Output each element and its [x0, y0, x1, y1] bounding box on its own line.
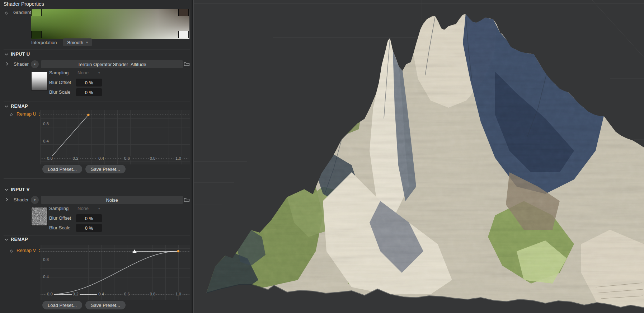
shader-v-browse-folder-icon[interactable]: [184, 197, 190, 202]
input-v-header[interactable]: INPUT V: [11, 187, 30, 192]
remap-v-load-preset-button[interactable]: Load Preset...: [42, 301, 82, 309]
chevron-down-icon: ▾: [86, 41, 88, 44]
shader-u-type-button[interactable]: ▾: [31, 60, 39, 68]
interpolation-value: Smooth: [67, 40, 83, 45]
chevron-down-icon: ▾: [98, 71, 100, 75]
input-v-collapse-chevron-icon[interactable]: [5, 188, 8, 191]
gradient-knot-bottom-left[interactable]: [31, 31, 42, 38]
sampling-v-value: None: [77, 206, 89, 211]
input-u-header[interactable]: INPUT U: [11, 51, 30, 57]
interpolation-dropdown[interactable]: Smooth ▾: [63, 38, 92, 46]
blur-offset-v-label: Blur Offset: [49, 215, 71, 221]
section-divider: [4, 50, 190, 50]
remap-u-curve[interactable]: [50, 115, 88, 159]
shader-v-expand-chevron-icon[interactable]: [6, 198, 8, 201]
remap-v-save-preset-button[interactable]: Save Preset...: [85, 301, 126, 309]
shader-v-value: Noise: [106, 197, 118, 203]
gradient-knot-top-left[interactable]: [31, 9, 42, 16]
sampling-v-label: Sampling: [49, 206, 69, 211]
remap-v-point-end[interactable]: [177, 250, 179, 252]
remap-u-load-preset-button[interactable]: Load Preset...: [42, 165, 82, 173]
remap-v-header[interactable]: REMAP: [11, 237, 28, 242]
x-tick: 0.6: [123, 292, 131, 296]
blur-offset-u-field[interactable]: 0 %: [76, 79, 102, 87]
remap-v-collapse-chevron-icon[interactable]: [5, 238, 8, 241]
remap-u-label[interactable]: Remap U: [17, 111, 36, 117]
x-tick: 1.0: [174, 292, 182, 296]
blur-scale-u-label: Blur Scale: [49, 89, 70, 95]
remap-u-curve-editor[interactable]: 0.8 0.4 0.0 0.2 0.4 0.6 0.8 1.0: [40, 110, 190, 164]
blur-scale-u-field[interactable]: 0 %: [76, 88, 102, 96]
remap-u-point-end[interactable]: [87, 114, 89, 116]
gradient-preview-top-row: [31, 9, 189, 39]
remap-v-curve-editor[interactable]: 0.8 0.4 0.0 0.2 0.4 0.6 0.8 1.0: [40, 245, 190, 300]
section-divider: [4, 178, 190, 179]
x-tick: 1.0: [174, 156, 182, 160]
blur-scale-v-field[interactable]: 0 %: [76, 224, 102, 232]
blur-offset-v-field[interactable]: 0 %: [76, 214, 102, 222]
x-tick: 0.6: [123, 156, 131, 160]
remap-u-header[interactable]: REMAP: [11, 103, 28, 109]
x-tick: 0.8: [149, 156, 156, 160]
blur-offset-u-label: Blur Offset: [49, 80, 71, 85]
viewport-3d[interactable]: [194, 0, 644, 313]
shader-u-field[interactable]: Terrain Operator Shader_Altitude: [41, 60, 183, 68]
chevron-down-icon: ▾: [34, 63, 36, 66]
interpolation-label: Interpolation: [31, 40, 57, 45]
x-tick: 0.0: [46, 292, 54, 296]
terrain-preview: [194, 0, 644, 313]
remap-u-keyframe-diamond-icon[interactable]: [9, 113, 13, 117]
remap-u-save-preset-button[interactable]: Save Preset...: [85, 165, 126, 173]
y-tick: 0.8: [40, 257, 49, 262]
shader-u-value: Terrain Operator Shader_Altitude: [78, 62, 146, 67]
shader-v-thumbnail[interactable]: [31, 207, 48, 226]
shader-v-label: Shader: [14, 197, 29, 202]
input-u-collapse-chevron-icon[interactable]: [5, 53, 8, 56]
gradient-knot-top-right[interactable]: [178, 9, 189, 16]
gradient-knot-bottom-right[interactable]: [178, 31, 189, 38]
chevron-down-icon: ▾: [34, 198, 36, 202]
remap-v-label[interactable]: Remap V: [17, 248, 36, 253]
sampling-u-label: Sampling: [49, 70, 69, 75]
blur-scale-v-label: Blur Scale: [49, 225, 70, 230]
shader-v-type-button[interactable]: ▾: [31, 196, 39, 204]
section-divider: [4, 102, 190, 102]
gradient-keyframe-diamond-icon[interactable]: [4, 11, 8, 15]
x-tick: 0.2: [72, 292, 80, 296]
y-tick: 0.4: [40, 139, 49, 143]
shader-v-field[interactable]: Noise: [41, 196, 183, 204]
x-tick: 0.4: [97, 292, 105, 296]
sampling-u-value: None: [77, 70, 89, 75]
gradient-label: Gradient: [13, 10, 31, 15]
y-tick: 0.4: [40, 275, 49, 279]
shader-u-browse-folder-icon[interactable]: [184, 61, 190, 66]
shader-u-thumbnail[interactable]: [31, 72, 48, 90]
chevron-down-icon: ▾: [98, 207, 100, 210]
section-divider: [4, 235, 190, 235]
application-window: Shader Properties Gradient Interpolation…: [0, 0, 644, 313]
shader-properties-panel: Shader Properties Gradient Interpolation…: [0, 0, 192, 313]
shader-u-expand-chevron-icon[interactable]: [6, 62, 8, 66]
x-tick: 0.0: [46, 156, 54, 160]
terrain-mesh: [194, 0, 644, 313]
panel-title: Shader Properties: [4, 1, 44, 7]
remap-v-keyframe-diamond-icon[interactable]: [9, 249, 13, 253]
gradient-preview[interactable]: [31, 9, 189, 39]
x-tick: 0.4: [97, 156, 105, 160]
shader-u-label: Shader: [14, 61, 29, 67]
remap-v-curve[interactable]: [50, 251, 178, 294]
x-tick: 0.2: [72, 156, 80, 160]
remap-u-collapse-chevron-icon[interactable]: [5, 105, 8, 108]
y-tick: 0.8: [40, 122, 49, 126]
x-tick: 0.8: [149, 292, 156, 296]
